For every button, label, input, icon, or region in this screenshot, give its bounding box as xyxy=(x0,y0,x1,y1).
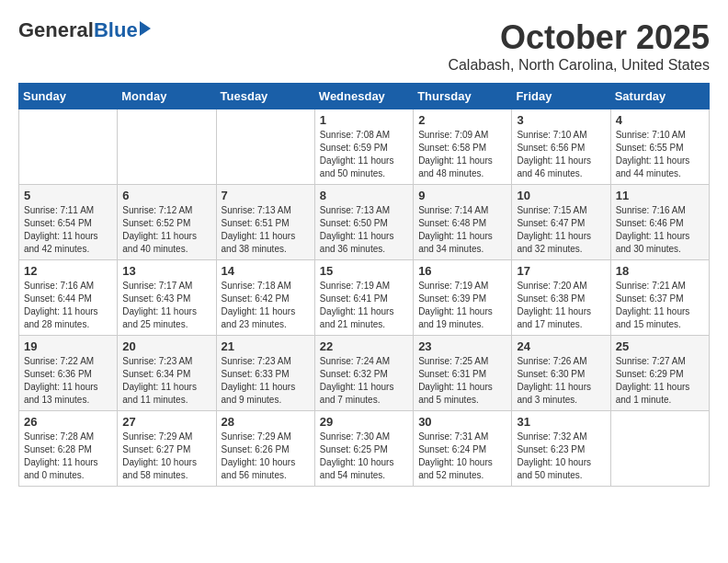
calendar-cell: 1Sunrise: 7:08 AM Sunset: 6:59 PM Daylig… xyxy=(314,109,413,185)
calendar-cell: 4Sunrise: 7:10 AM Sunset: 6:55 PM Daylig… xyxy=(610,109,709,185)
day-number: 30 xyxy=(418,415,506,429)
weekday-header-friday: Friday xyxy=(512,84,610,109)
month-title: October 2025 xyxy=(448,18,710,57)
day-info: Sunrise: 7:10 AM Sunset: 6:56 PM Dayligh… xyxy=(517,129,605,180)
day-info: Sunrise: 7:27 AM Sunset: 6:29 PM Dayligh… xyxy=(616,355,704,407)
day-number: 23 xyxy=(418,339,506,353)
day-number: 3 xyxy=(517,113,605,127)
day-number: 25 xyxy=(616,339,704,353)
calendar-cell xyxy=(19,109,118,185)
calendar-cell: 18Sunrise: 7:21 AM Sunset: 6:37 PM Dayli… xyxy=(610,260,709,336)
day-info: Sunrise: 7:12 AM Sunset: 6:52 PM Dayligh… xyxy=(122,204,210,256)
calendar-cell: 27Sunrise: 7:29 AM Sunset: 6:27 PM Dayli… xyxy=(118,411,216,487)
calendar-cell: 10Sunrise: 7:15 AM Sunset: 6:47 PM Dayli… xyxy=(512,185,610,260)
calendar-week-row: 5Sunrise: 7:11 AM Sunset: 6:54 PM Daylig… xyxy=(19,185,710,260)
day-info: Sunrise: 7:21 AM Sunset: 6:37 PM Dayligh… xyxy=(616,280,704,331)
day-info: Sunrise: 7:16 AM Sunset: 6:44 PM Dayligh… xyxy=(24,280,112,331)
calendar-cell: 20Sunrise: 7:23 AM Sunset: 6:34 PM Dayli… xyxy=(118,336,216,411)
calendar-cell: 6Sunrise: 7:12 AM Sunset: 6:52 PM Daylig… xyxy=(118,185,216,260)
day-info: Sunrise: 7:19 AM Sunset: 6:39 PM Dayligh… xyxy=(418,280,506,331)
calendar-cell: 7Sunrise: 7:13 AM Sunset: 6:51 PM Daylig… xyxy=(216,185,314,260)
calendar-cell: 24Sunrise: 7:26 AM Sunset: 6:30 PM Dayli… xyxy=(512,336,610,411)
day-info: Sunrise: 7:29 AM Sunset: 6:27 PM Dayligh… xyxy=(122,431,210,482)
calendar-cell: 28Sunrise: 7:29 AM Sunset: 6:26 PM Dayli… xyxy=(216,411,314,487)
day-number: 12 xyxy=(24,264,112,278)
day-number: 14 xyxy=(222,264,310,278)
day-number: 19 xyxy=(24,339,112,353)
weekday-header-sunday: Sunday xyxy=(19,84,118,109)
day-info: Sunrise: 7:15 AM Sunset: 6:47 PM Dayligh… xyxy=(517,204,605,256)
day-info: Sunrise: 7:18 AM Sunset: 6:42 PM Dayligh… xyxy=(222,280,310,331)
day-info: Sunrise: 7:20 AM Sunset: 6:38 PM Dayligh… xyxy=(517,280,605,331)
day-info: Sunrise: 7:14 AM Sunset: 6:48 PM Dayligh… xyxy=(418,204,506,256)
calendar-cell: 19Sunrise: 7:22 AM Sunset: 6:36 PM Dayli… xyxy=(19,336,118,411)
location-subtitle: Calabash, North Carolina, United States xyxy=(448,57,710,74)
day-info: Sunrise: 7:13 AM Sunset: 6:51 PM Dayligh… xyxy=(222,204,310,256)
calendar-cell: 17Sunrise: 7:20 AM Sunset: 6:38 PM Dayli… xyxy=(512,260,610,336)
day-number: 29 xyxy=(320,415,408,429)
calendar-cell: 31Sunrise: 7:32 AM Sunset: 6:23 PM Dayli… xyxy=(512,411,610,487)
calendar-cell: 12Sunrise: 7:16 AM Sunset: 6:44 PM Dayli… xyxy=(19,260,118,336)
logo: General Blue xyxy=(18,18,151,42)
day-info: Sunrise: 7:10 AM Sunset: 6:55 PM Dayligh… xyxy=(616,129,704,180)
day-info: Sunrise: 7:23 AM Sunset: 6:33 PM Dayligh… xyxy=(222,355,310,407)
calendar-table: SundayMondayTuesdayWednesdayThursdayFrid… xyxy=(18,83,710,487)
day-number: 26 xyxy=(24,415,112,429)
calendar-cell: 29Sunrise: 7:30 AM Sunset: 6:25 PM Dayli… xyxy=(314,411,413,487)
calendar-cell: 30Sunrise: 7:31 AM Sunset: 6:24 PM Dayli… xyxy=(414,411,512,487)
calendar-cell: 5Sunrise: 7:11 AM Sunset: 6:54 PM Daylig… xyxy=(19,185,118,260)
calendar-cell xyxy=(610,411,709,487)
calendar-cell: 21Sunrise: 7:23 AM Sunset: 6:33 PM Dayli… xyxy=(216,336,314,411)
day-info: Sunrise: 7:29 AM Sunset: 6:26 PM Dayligh… xyxy=(222,431,310,482)
day-info: Sunrise: 7:32 AM Sunset: 6:23 PM Dayligh… xyxy=(517,431,605,482)
page-header: General Blue October 2025 Calabash, Nort… xyxy=(18,18,710,74)
day-number: 11 xyxy=(616,189,704,202)
day-number: 1 xyxy=(320,113,408,127)
day-number: 6 xyxy=(122,189,210,202)
logo-arrow-icon xyxy=(140,21,151,36)
day-number: 10 xyxy=(517,189,605,202)
weekday-header-monday: Monday xyxy=(118,84,216,109)
day-info: Sunrise: 7:31 AM Sunset: 6:24 PM Dayligh… xyxy=(418,431,506,482)
day-number: 21 xyxy=(222,339,310,353)
calendar-cell: 23Sunrise: 7:25 AM Sunset: 6:31 PM Dayli… xyxy=(414,336,512,411)
day-info: Sunrise: 7:13 AM Sunset: 6:50 PM Dayligh… xyxy=(320,204,408,256)
calendar-cell: 16Sunrise: 7:19 AM Sunset: 6:39 PM Dayli… xyxy=(414,260,512,336)
calendar-cell xyxy=(118,109,216,185)
calendar-header-row: SundayMondayTuesdayWednesdayThursdayFrid… xyxy=(19,84,710,109)
day-number: 7 xyxy=(222,189,310,202)
calendar-cell xyxy=(216,109,314,185)
day-number: 31 xyxy=(517,415,605,429)
calendar-cell: 3Sunrise: 7:10 AM Sunset: 6:56 PM Daylig… xyxy=(512,109,610,185)
logo-blue-text: Blue xyxy=(94,18,138,42)
weekday-header-saturday: Saturday xyxy=(610,84,709,109)
calendar-cell: 11Sunrise: 7:16 AM Sunset: 6:46 PM Dayli… xyxy=(610,185,709,260)
calendar-week-row: 12Sunrise: 7:16 AM Sunset: 6:44 PM Dayli… xyxy=(19,260,710,336)
day-info: Sunrise: 7:08 AM Sunset: 6:59 PM Dayligh… xyxy=(320,129,408,180)
weekday-header-thursday: Thursday xyxy=(414,84,512,109)
weekday-header-wednesday: Wednesday xyxy=(314,84,413,109)
day-number: 17 xyxy=(517,264,605,278)
title-block: October 2025 Calabash, North Carolina, U… xyxy=(448,18,710,74)
day-number: 16 xyxy=(418,264,506,278)
calendar-cell: 15Sunrise: 7:19 AM Sunset: 6:41 PM Dayli… xyxy=(314,260,413,336)
day-number: 13 xyxy=(122,264,210,278)
day-info: Sunrise: 7:24 AM Sunset: 6:32 PM Dayligh… xyxy=(320,355,408,407)
day-number: 8 xyxy=(320,189,408,202)
day-info: Sunrise: 7:23 AM Sunset: 6:34 PM Dayligh… xyxy=(122,355,210,407)
day-info: Sunrise: 7:16 AM Sunset: 6:46 PM Dayligh… xyxy=(616,204,704,256)
day-number: 22 xyxy=(320,339,408,353)
day-info: Sunrise: 7:19 AM Sunset: 6:41 PM Dayligh… xyxy=(320,280,408,331)
calendar-week-row: 19Sunrise: 7:22 AM Sunset: 6:36 PM Dayli… xyxy=(19,336,710,411)
day-info: Sunrise: 7:09 AM Sunset: 6:58 PM Dayligh… xyxy=(418,129,506,180)
calendar-cell: 13Sunrise: 7:17 AM Sunset: 6:43 PM Dayli… xyxy=(118,260,216,336)
calendar-cell: 26Sunrise: 7:28 AM Sunset: 6:28 PM Dayli… xyxy=(19,411,118,487)
calendar-cell: 25Sunrise: 7:27 AM Sunset: 6:29 PM Dayli… xyxy=(610,336,709,411)
day-number: 27 xyxy=(122,415,210,429)
day-info: Sunrise: 7:11 AM Sunset: 6:54 PM Dayligh… xyxy=(24,204,112,256)
calendar-week-row: 26Sunrise: 7:28 AM Sunset: 6:28 PM Dayli… xyxy=(19,411,710,487)
weekday-header-tuesday: Tuesday xyxy=(216,84,314,109)
calendar-week-row: 1Sunrise: 7:08 AM Sunset: 6:59 PM Daylig… xyxy=(19,109,710,185)
calendar-cell: 22Sunrise: 7:24 AM Sunset: 6:32 PM Dayli… xyxy=(314,336,413,411)
calendar-cell: 8Sunrise: 7:13 AM Sunset: 6:50 PM Daylig… xyxy=(314,185,413,260)
